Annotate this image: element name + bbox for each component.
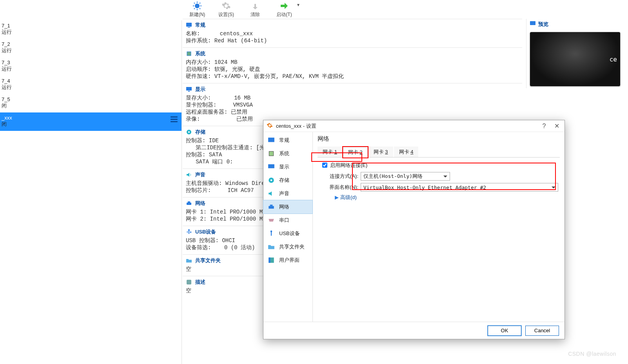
section-title: 网络 [195,200,205,207]
cat-system[interactable]: 系统 [263,147,312,160]
svg-point-20 [187,232,188,233]
enable-checkbox-input[interactable] [322,163,327,168]
section-title: 描述 [195,279,205,286]
tab-nic3[interactable]: 网卡 3 [368,147,393,157]
section-title: 声音 [195,171,205,178]
svg-rect-34 [269,257,270,263]
vm-name: 7_2 [2,41,182,47]
close-button[interactable]: ✕ [552,122,561,130]
layout-icon [267,256,275,264]
usb-icon [186,229,192,235]
section-title: 常规 [195,22,205,29]
speaker-icon [186,172,192,178]
svg-rect-10 [188,27,190,28]
vm-state: 运行 [2,84,182,91]
section-general: 常规 名称: centos_xxx 操作系统: Red Hat (64-bit) [183,19,522,47]
vm-list-item[interactable]: 7_1 运行 [0,20,182,39]
vm-list-item[interactable]: 7_4 运行 [0,76,182,94]
dropdown-caret-icon[interactable]: ▼ [296,3,300,7]
thumb-text: ce [610,56,617,63]
cat-display[interactable]: 显示 [263,160,312,174]
svg-rect-22 [187,280,191,284]
cat-ui[interactable]: 用户界面 [263,254,312,267]
cat-storage[interactable]: 存储 [263,174,312,187]
disk-icon [267,176,275,184]
svg-point-15 [188,131,190,133]
vm-name: 7_1 [2,23,182,29]
interface-name-dropdown[interactable]: VirtualBox Host-Only Ethernet Adapter #2 [361,183,558,192]
preview-panel: 预览 ce [526,19,628,88]
section-title: USB设备 [195,228,216,235]
discard-icon [250,1,261,11]
svg-rect-16 [187,203,191,205]
vm-name: 7_3 [2,60,182,65]
tab-nic1[interactable]: 网卡 1 [318,147,342,157]
settings-label: 设置(S) [218,11,234,18]
nic-tabs: 网卡 1 网卡 2 网卡 3 网卡 4 [318,147,560,158]
start-button[interactable]: 启动(T) ▼ [274,1,295,18]
vm-state: 闭 [2,121,182,128]
svg-point-28 [270,179,272,181]
advanced-toggle[interactable]: ▶高级(d) [335,194,558,201]
disk-icon [186,129,192,135]
ok-button[interactable]: OK [488,326,521,336]
gear-icon [221,1,232,11]
svg-line-6 [200,8,200,9]
help-button[interactable]: ? [539,123,549,130]
svg-line-7 [194,8,195,9]
svg-rect-26 [268,164,274,168]
vm-name: 7_5 [2,96,182,102]
vm-state: 运行 [2,47,182,54]
svg-rect-12 [186,87,192,91]
vm-list-item[interactable]: 7_2 运行 [0,39,182,57]
tab-nic4[interactable]: 网卡 4 [394,147,419,157]
svg-rect-21 [190,232,191,233]
section-title: 显示 [195,86,205,93]
attach-mode-dropdown[interactable]: 仅主机(Host-Only)网络 [361,172,450,181]
dialog-titlebar[interactable]: centos_xxx - 设置 ? ✕ [263,120,564,132]
discard-label: 清除 [250,11,260,18]
start-label: 启动(T) [276,11,292,18]
network-icon [186,200,192,206]
cat-network[interactable]: 网络 [263,200,312,214]
discard-button[interactable]: 清除 [245,1,266,18]
vm-state: 闭 [2,102,182,109]
cat-audio[interactable]: 声音 [263,187,312,200]
section-title: 存储 [195,129,205,136]
usb-icon [267,230,275,237]
attach-label: 连接方式(A): [319,173,358,180]
section-system: 系统 内存大小: 1024 MB 启动顺序: 软驱, 光驱, 硬盘 硬件加速: … [183,47,522,83]
svg-rect-19 [189,230,189,234]
svg-rect-11 [187,52,191,56]
cat-serial[interactable]: 串口 [263,214,312,227]
section-display: 显示 显存大小: 16 MB 显卡控制器: VMSVGA 远程桌面服务器: 已禁… [183,83,522,126]
iface-label: 界面名称(N): [319,184,358,191]
monitor-icon [267,136,275,144]
vm-list-item[interactable]: 7_5 闭 [0,94,182,112]
dialog-footer: OK Cancel [263,322,564,339]
monitor-icon [530,20,536,28]
preview-thumbnail[interactable]: ce [530,32,621,87]
cancel-button[interactable]: Cancel [525,326,559,336]
vm-state: 运行 [2,65,182,72]
chip-icon [267,150,275,158]
svg-rect-32 [271,232,272,236]
settings-button[interactable]: 设置(S) [216,1,237,18]
svg-rect-17 [188,201,190,203]
enable-network-checkbox[interactable]: 启用网络连接(E) [321,161,558,169]
vm-name: _xxx [2,115,182,121]
cat-shared[interactable]: 共享文件夹 [263,240,312,254]
vm-list-item-selected[interactable]: _xxx 闭 [0,112,182,131]
display-icon [267,163,275,171]
settings-dialog: centos_xxx - 设置 ? ✕ 常规 系统 显示 存储 声音 网络 串口… [263,120,565,339]
dialog-main: 网络 网卡 1 网卡 2 网卡 3 网卡 4 启用网络连接(E) 连接方式(A)… [313,132,564,322]
new-label: 新建(N) [189,11,205,18]
tab-nic2[interactable]: 网卡 2 [343,147,368,158]
svg-rect-9 [186,23,192,27]
new-vm-button[interactable]: 新建(N) [187,1,208,18]
vm-list-item[interactable]: 7_3 运行 [0,57,182,76]
list-view-icon[interactable] [171,116,178,122]
cat-usb[interactable]: USB设备 [263,227,312,240]
cat-general[interactable]: 常规 [263,134,312,147]
monitor-icon [186,22,192,28]
